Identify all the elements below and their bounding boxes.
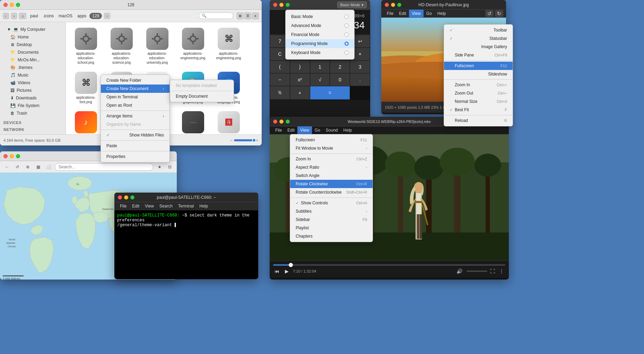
- file-item[interactable]: ⌘ applications-font.png: [69, 70, 102, 106]
- breadcrumb-icons[interactable]: .icons: [41, 13, 55, 19]
- sidebar-item-my-computer[interactable]: ▼ 💻 My Computer: [0, 26, 66, 33]
- maximize-button[interactable]: [130, 195, 134, 200]
- sidebar-item-music[interactable]: 🎵 Music: [0, 71, 66, 79]
- iv-menu-view[interactable]: View: [409, 10, 424, 17]
- vp-menu-edit[interactable]: Edit: [285, 126, 297, 134]
- calc-btn-square[interactable]: x²: [290, 73, 310, 86]
- vp-playlist-item[interactable]: Playlist: [290, 224, 373, 232]
- vp-show-controls-item[interactable]: ✓ Show Controls Ctrl+H: [290, 199, 373, 207]
- skip-back-button[interactable]: ⏮: [273, 268, 281, 275]
- minimize-button[interactable]: [10, 154, 14, 158]
- grid-view-button[interactable]: ⊞: [237, 12, 244, 19]
- volume-icon[interactable]: 🔊: [455, 268, 464, 275]
- breadcrumb-next[interactable]: ›: [104, 13, 110, 19]
- iv-zoom-out-item[interactable]: ✓ Zoom Out Ctrl+-: [444, 89, 513, 97]
- progress-thumb[interactable]: [289, 263, 293, 267]
- ctx-open-root[interactable]: Open as Root: [101, 101, 169, 109]
- mode-financial[interactable]: Financial Mode: [286, 30, 354, 39]
- close-button[interactable]: [3, 3, 8, 7]
- close-button[interactable]: [273, 120, 277, 124]
- vp-switch-angle-item[interactable]: Switch Angle: [290, 171, 373, 180]
- sidebar-item-trash[interactable]: 🗑 Trash: [0, 109, 66, 117]
- iv-fullscreen-item[interactable]: ✓ Fullscreen F11: [444, 62, 513, 70]
- iv-menu-file[interactable]: File: [384, 10, 396, 17]
- calc-btn-lparen[interactable]: (: [270, 61, 290, 73]
- file-item[interactable]: applications-engineering.png: [176, 26, 209, 67]
- file-item[interactable]: ♪ applications-multimedia.png: [69, 109, 102, 134]
- file-item[interactable]: 🅰 applications-other.png: [212, 109, 245, 134]
- iv-menu-help[interactable]: Help: [435, 10, 449, 17]
- vp-aspect-ratio-item[interactable]: Aspect Ratio ›: [290, 163, 373, 171]
- ctx-open-terminal[interactable]: Open in Terminal: [101, 93, 169, 101]
- sidebar-item-pictures[interactable]: 🖼 Pictures: [0, 87, 66, 94]
- vp-rotate-ccw-item[interactable]: Rotate Counterclockwise Shift+Ctrl+R: [290, 188, 373, 196]
- term-menu-help[interactable]: Help: [197, 202, 211, 210]
- back-button[interactable]: ‹: [3, 13, 9, 19]
- term-menu-view[interactable]: View: [142, 202, 157, 210]
- calc-btn-0[interactable]: 0: [330, 73, 350, 86]
- map-refresh-button[interactable]: ↺: [13, 163, 21, 171]
- vp-menu-go[interactable]: Go: [312, 126, 323, 134]
- maximize-button[interactable]: [397, 3, 401, 7]
- file-item[interactable]: applications-education-university.png: [141, 26, 174, 67]
- breadcrumb-apps[interactable]: apps: [76, 13, 88, 19]
- close-button[interactable]: [273, 3, 277, 7]
- file-item[interactable]: ⋯ applications-other.png: [176, 109, 209, 134]
- zoom-minus-icon[interactable]: −: [230, 138, 232, 142]
- compact-view-button[interactable]: ≡: [252, 12, 259, 19]
- calc-btn-1[interactable]: 1: [310, 61, 330, 73]
- vp-sidebar-item[interactable]: Sidebar F9: [290, 215, 373, 224]
- sidebar-item-home[interactable]: 🏠 Home: [0, 33, 66, 41]
- minimize-button[interactable]: [279, 3, 284, 7]
- iv-image-gallery-item[interactable]: ✓ Image Gallery: [444, 43, 513, 51]
- sidebar-item-mcosmin[interactable]: 📁 McOs-Min...: [0, 56, 66, 64]
- map-layers-button[interactable]: ⊕: [24, 163, 32, 171]
- calc-btn-minus[interactable]: −: [270, 73, 290, 86]
- map-view-button[interactable]: ▦: [34, 163, 42, 171]
- terminal-content[interactable]: paul@paul-SATELLITE-C660: ~$ select dark…: [114, 210, 258, 278]
- vp-menu-file[interactable]: File: [272, 126, 285, 134]
- menu-button[interactable]: ⋮: [498, 268, 505, 275]
- term-menu-edit[interactable]: Edit: [129, 202, 142, 210]
- breadcrumb-macos[interactable]: macOS: [57, 13, 74, 19]
- vp-menu-view[interactable]: View: [297, 126, 312, 134]
- breadcrumb-128[interactable]: 128: [89, 13, 102, 19]
- vp-chapters-item[interactable]: Chapters: [290, 232, 373, 240]
- iv-zoom-in-item[interactable]: ✓ Zoom In Ctrl++: [444, 81, 513, 89]
- progress-track[interactable]: [273, 264, 505, 266]
- forward-button[interactable]: ›: [11, 13, 17, 19]
- rotate-cw-button[interactable]: ↻: [495, 10, 503, 17]
- list-view-button[interactable]: ☰: [244, 12, 251, 19]
- maximize-button[interactable]: [16, 154, 20, 158]
- vp-menu-help[interactable]: Help: [341, 126, 355, 134]
- term-menu-search[interactable]: Search: [157, 202, 175, 210]
- maximize-button[interactable]: [286, 3, 290, 7]
- iv-menu-go[interactable]: Go: [424, 10, 435, 17]
- iv-normal-size-item[interactable]: ✓ Normal Size Ctrl+0: [444, 97, 513, 106]
- rotate-ccw-button[interactable]: ↺: [485, 10, 494, 17]
- volume-bar[interactable]: [467, 271, 487, 272]
- iv-reload-item[interactable]: ✓ Reload R: [444, 116, 513, 125]
- vp-subtitles-item[interactable]: Subtitles ›: [290, 207, 373, 215]
- mode-keyboard[interactable]: Keyboard Mode: [286, 48, 354, 57]
- ctx-create-document[interactable]: Create New Document ›: [101, 85, 169, 93]
- mode-basic[interactable]: Basic Mode: [286, 12, 354, 21]
- iv-statusbar-item[interactable]: ✓ Statusbar: [444, 34, 513, 43]
- file-item[interactable]: applications-education-school.png: [69, 26, 102, 67]
- close-button[interactable]: [3, 154, 8, 158]
- term-menu-file[interactable]: File: [117, 202, 129, 210]
- minimize-button[interactable]: [391, 3, 395, 7]
- calc-btn-equals[interactable]: =: [310, 86, 350, 99]
- minimize-button[interactable]: [10, 3, 14, 7]
- iv-toolbar-item[interactable]: ✓ Toolbar: [444, 26, 513, 34]
- sidebar-item-documents[interactable]: 📁 Documents: [0, 48, 66, 56]
- term-menu-terminal[interactable]: Terminal: [175, 202, 197, 210]
- minimize-button[interactable]: [279, 120, 284, 124]
- calc-btn-sqrt[interactable]: √: [310, 73, 330, 86]
- ctx-arrange-items[interactable]: Arrange Items ›: [101, 112, 169, 120]
- vp-zoom-in-item[interactable]: Zoom In Ctrl+Z: [290, 155, 373, 163]
- up-button[interactable]: ⌂: [19, 13, 26, 19]
- vp-menu-sound[interactable]: Sound: [323, 126, 341, 134]
- map-bookmark-button[interactable]: ★: [155, 163, 164, 171]
- ctx-show-hidden[interactable]: ✓ Show Hidden Files: [101, 131, 169, 139]
